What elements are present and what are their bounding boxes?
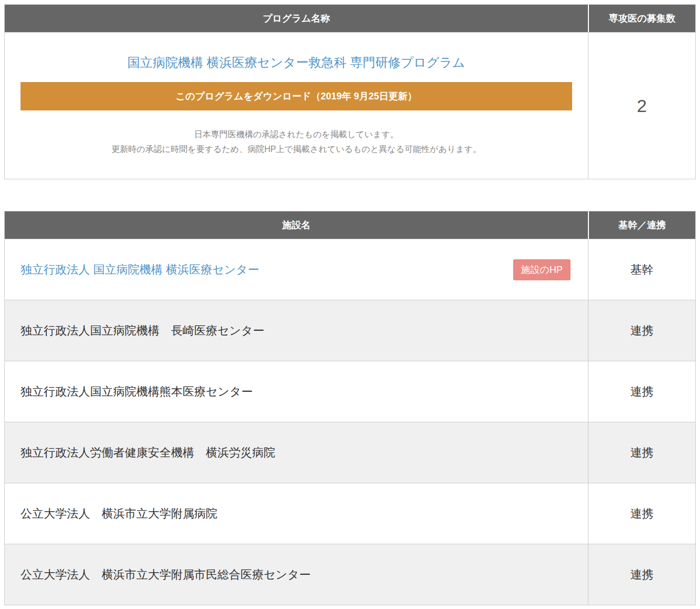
facility-name-cell: 公立大学法人 横浜市立大学附属市民総合医療センター (5, 544, 588, 605)
program-row: 国立病院機構 横浜医療センター救急科 専門研修プログラム このプログラムをダウン… (5, 32, 695, 179)
approval-note-line1: 日本専門医機構の承認されたものを掲載しています。 (21, 127, 572, 142)
approval-note-line2: 更新時の承認に時間を要するため、病院HP上で掲載されているものと異なる可能性があ… (21, 142, 572, 157)
program-name-column-header: プログラム名称 (5, 5, 588, 32)
core-partner-column-header: 基幹／連携 (588, 211, 695, 239)
program-cell: 国立病院機構 横浜医療センター救急科 専門研修プログラム このプログラムをダウン… (5, 33, 588, 179)
table-row: 独立行政法人労働者健康安全機構 横浜労災病院 連携 (5, 422, 695, 483)
table-row: 独立行政法人国立病院機構 長崎医療センター 連携 (5, 300, 695, 361)
program-table: プログラム名称 専攻医の募集数 国立病院機構 横浜医療センター救急科 専門研修プ… (4, 4, 696, 179)
facility-name-cell: 独立行政法人国立病院機構 長崎医療センター (5, 300, 588, 361)
facility-name-cell: 独立行政法人 国立病院機構 横浜医療センター 施設のHP (5, 239, 588, 300)
facility-rows: 独立行政法人 国立病院機構 横浜医療センター 施設のHP 基幹 独立行政法人国立… (5, 239, 695, 605)
facility-type-cell: 連携 (588, 300, 695, 361)
facility-name-cell: 独立行政法人国立病院機構熊本医療センター (5, 361, 588, 422)
table-row: 独立行政法人国立病院機構熊本医療センター 連携 (5, 361, 695, 422)
approval-note: 日本専門医機構の承認されたものを掲載しています。 更新時の承認に時間を要するため… (21, 127, 572, 157)
facility-type-cell: 連携 (588, 544, 695, 605)
facility-name-column-header: 施設名 (5, 211, 588, 239)
facility-table-header: 施設名 基幹／連携 (5, 211, 695, 239)
table-row: 公立大学法人 横浜市立大学附属病院 連携 (5, 483, 695, 544)
table-row: 公立大学法人 横浜市立大学附属市民総合医療センター 連携 (5, 544, 695, 605)
download-program-button[interactable]: このプログラムをダウンロード（2019年 9月25日更新） (21, 82, 572, 110)
facility-name-cell: 独立行政法人労働者健康安全機構 横浜労災病院 (5, 422, 588, 483)
recruit-count-value: 2 (588, 33, 695, 179)
facility-type-cell: 連携 (588, 422, 695, 483)
facility-hp-badge[interactable]: 施設のHP (513, 259, 571, 280)
program-table-header: プログラム名称 専攻医の募集数 (5, 5, 695, 32)
facility-type-cell: 連携 (588, 483, 695, 544)
facility-type-cell: 基幹 (588, 239, 695, 300)
facility-table: 施設名 基幹／連携 独立行政法人 国立病院機構 横浜医療センター 施設のHP 基… (4, 211, 696, 605)
table-row: 独立行政法人 国立病院機構 横浜医療センター 施設のHP 基幹 (5, 239, 695, 300)
program-title-link[interactable]: 国立病院機構 横浜医療センター救急科 専門研修プログラム (127, 54, 465, 72)
facility-name-link[interactable]: 独立行政法人 国立病院機構 横浜医療センター (21, 262, 259, 278)
recruit-count-column-header: 専攻医の募集数 (588, 5, 695, 32)
facility-name-cell: 公立大学法人 横浜市立大学附属病院 (5, 483, 588, 544)
facility-type-cell: 連携 (588, 361, 695, 422)
